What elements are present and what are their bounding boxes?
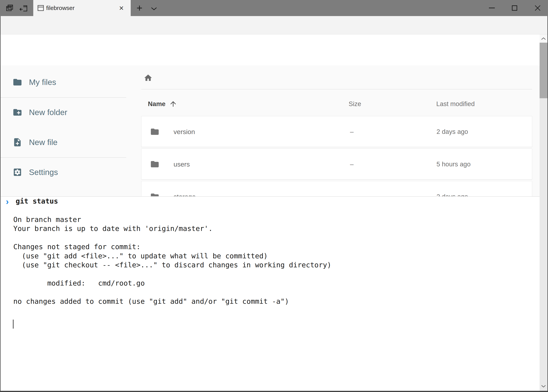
navigation-toolbar: filebrowser.web/files/ [0, 16, 548, 35]
file-row-users[interactable]: users – 5 hours ago [141, 148, 532, 179]
column-header-modified[interactable]: Last modified [436, 100, 475, 108]
breadcrumb-divider [141, 89, 532, 90]
folder-icon [150, 160, 160, 169]
row-name: version [173, 128, 195, 136]
sidebar-item-new-folder[interactable]: New folder [13, 107, 67, 117]
terminal-command: git status [16, 197, 58, 206]
column-header-name[interactable]: Name [148, 100, 177, 108]
tab-close-button[interactable]: × [119, 4, 124, 12]
window-border-bottom [0, 391, 548, 392]
page-scrollbar[interactable] [540, 35, 548, 391]
titlebar: filebrowser × + [0, 0, 548, 16]
sidebar-divider [0, 97, 126, 98]
breadcrumb-home-icon[interactable] [144, 73, 153, 82]
maximize-button[interactable] [508, 0, 521, 16]
file-row-version[interactable]: version – 2 days ago [141, 116, 532, 147]
row-modified: 2 days ago [437, 128, 468, 135]
sidebar-item-label: My files [29, 78, 56, 87]
row-name: users [173, 161, 190, 168]
sidebar-item-settings[interactable]: Settings [13, 167, 58, 177]
sidebar-item-label: New folder [29, 108, 67, 117]
terminal-prompt-chevron: › [6, 197, 9, 206]
sidebar-divider [0, 157, 126, 158]
page-favicon-icon [37, 4, 45, 12]
create-new-folder-icon [13, 107, 22, 117]
tab-list-chevron-icon[interactable] [150, 6, 158, 11]
window-border-left [0, 16, 0, 392]
sidebar-item-label: Settings [29, 168, 58, 177]
sidebar-item-label: New file [29, 138, 57, 147]
terminal-cursor [13, 320, 14, 329]
sidebar-item-new-file[interactable]: New file [13, 137, 57, 147]
tab-title: filebrowser [46, 5, 75, 11]
browser-tab[interactable]: filebrowser × [33, 0, 131, 16]
scrollbar-up-arrow[interactable] [540, 35, 548, 43]
folder-icon [150, 127, 160, 136]
app-header [0, 35, 540, 65]
note-add-icon [13, 137, 22, 147]
scrollbar-down-arrow[interactable] [540, 383, 548, 390]
row-size: – [350, 161, 354, 168]
sidebar-item-my-files[interactable]: My files [13, 77, 56, 87]
scrollbar-thumb[interactable] [540, 43, 548, 98]
row-modified: 5 hours ago [437, 161, 471, 168]
new-tab-button[interactable]: + [133, 0, 146, 16]
settings-gear-icon [13, 167, 22, 177]
sort-ascending-icon [169, 100, 177, 108]
window-close-button[interactable] [531, 0, 544, 16]
set-tabs-aside-icon[interactable] [19, 4, 28, 13]
terminal-panel[interactable]: › git status On branch master Your branc… [0, 196, 548, 391]
tab-preview-icon[interactable] [6, 4, 14, 13]
folder-icon [13, 77, 22, 87]
row-size: – [350, 128, 354, 135]
column-header-size[interactable]: Size [349, 100, 361, 108]
terminal-output: On branch master Your branch is up to da… [13, 206, 331, 306]
minimize-button[interactable] [486, 0, 498, 16]
